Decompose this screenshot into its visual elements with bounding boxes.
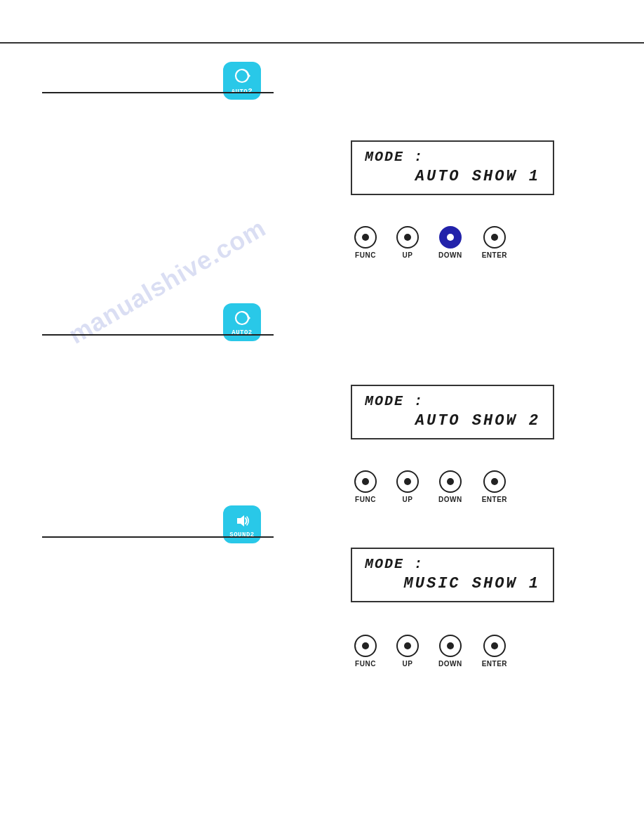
svg-marker-1	[248, 74, 250, 78]
down-btn-2[interactable]: DOWN	[438, 470, 462, 503]
up-label-2: UP	[403, 496, 413, 503]
down-label-3: DOWN	[438, 660, 462, 668]
down-label-1: DOWN	[438, 251, 462, 259]
func-circle-3[interactable]	[354, 635, 377, 657]
up-circle-3[interactable]	[396, 635, 419, 657]
down-circle-1[interactable]	[439, 226, 462, 249]
up-label-1: UP	[403, 251, 413, 259]
down-btn-1[interactable]: DOWN	[438, 226, 462, 259]
mode-value-3: MUSIC SHOW 1	[365, 575, 540, 593]
mode-value-2: AUTO SHOW 2	[365, 412, 540, 430]
func-btn-2[interactable]: FUNC	[354, 470, 377, 503]
section-line-2	[42, 334, 274, 336]
func-label-1: FUNC	[355, 251, 376, 259]
auto-arrow-icon	[232, 67, 252, 86]
enter-btn-3[interactable]: ENTER	[482, 635, 507, 668]
mode-label-2: MODE :	[365, 393, 540, 409]
down-circle-3[interactable]	[439, 635, 462, 657]
func-circle-2[interactable]	[354, 470, 377, 493]
btn-row-3: FUNC UP DOWN ENTER	[354, 635, 507, 668]
up-circle-2[interactable]	[396, 470, 419, 493]
enter-btn-2[interactable]: ENTER	[482, 470, 507, 503]
func-label-2: FUNC	[355, 496, 376, 503]
display-box-2: MODE : AUTO SHOW 2	[351, 385, 554, 439]
mode-label-3: MODE :	[365, 556, 540, 572]
display-box-3: MODE : MUSIC SHOW 1	[351, 548, 554, 602]
enter-label-3: ENTER	[482, 660, 507, 668]
func-btn-3[interactable]: FUNC	[354, 635, 377, 668]
section-line-1	[42, 92, 274, 93]
up-label-3: UP	[403, 660, 413, 668]
down-label-2: DOWN	[438, 496, 462, 503]
enter-label-2: ENTER	[482, 496, 507, 503]
auto2-badge-label-1: AUTO2	[232, 87, 253, 95]
svg-marker-4	[237, 515, 244, 527]
mode-label-1: MODE :	[365, 149, 540, 165]
enter-circle-3[interactable]	[483, 635, 506, 657]
auto2-icon-1: AUTO2	[223, 62, 261, 100]
up-btn-1[interactable]: UP	[396, 226, 419, 259]
enter-circle-1[interactable]	[483, 226, 506, 249]
display-box-1: MODE : AUTO SHOW 1	[351, 140, 554, 195]
auto-arrow-icon-2	[232, 309, 252, 329]
up-btn-3[interactable]: UP	[396, 635, 419, 668]
up-circle-1[interactable]	[396, 226, 419, 249]
func-btn-1[interactable]: FUNC	[354, 226, 377, 259]
func-circle-1[interactable]	[354, 226, 377, 249]
down-circle-2[interactable]	[439, 470, 462, 493]
top-border	[0, 42, 644, 44]
enter-label-1: ENTER	[482, 251, 507, 259]
up-btn-2[interactable]: UP	[396, 470, 419, 503]
func-label-3: FUNC	[355, 660, 376, 668]
svg-marker-3	[248, 316, 250, 320]
btn-row-2: FUNC UP DOWN ENTER	[354, 470, 507, 503]
sound-icon	[232, 511, 252, 531]
btn-row-1: FUNC UP DOWN ENTER	[354, 226, 507, 259]
mode-value-1: AUTO SHOW 1	[365, 168, 540, 185]
enter-circle-2[interactable]	[483, 470, 506, 493]
down-btn-3[interactable]: DOWN	[438, 635, 462, 668]
enter-btn-1[interactable]: ENTER	[482, 226, 507, 259]
section-line-3	[42, 536, 274, 538]
